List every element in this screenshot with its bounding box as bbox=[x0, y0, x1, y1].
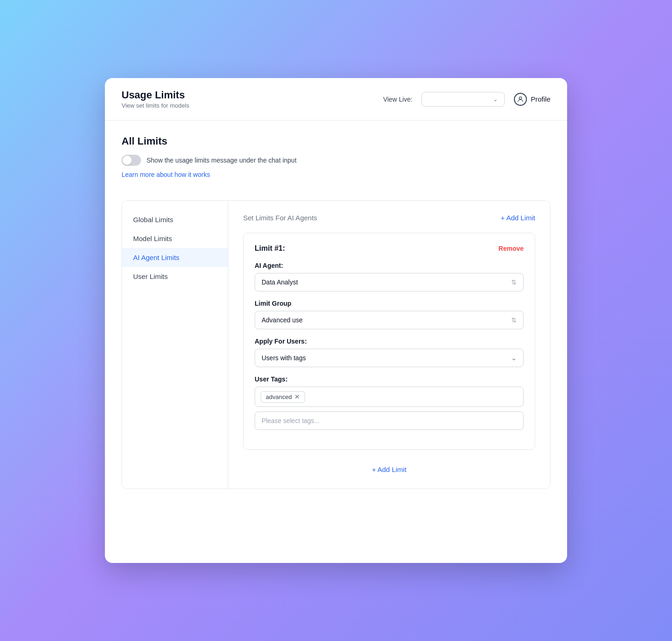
right-panel: Set Limits For AI Agents + Add Limit Lim… bbox=[228, 201, 550, 489]
ai-agent-field-group: AI Agent: Data Analyst ⇅ bbox=[255, 262, 524, 291]
limit-title: Limit #1: bbox=[255, 244, 285, 253]
header-right: View Live: ⌄ Profile bbox=[383, 92, 550, 107]
chevron-down-icon: ⌄ bbox=[493, 96, 498, 103]
limit-card: Limit #1: Remove AI Agent: Data Analyst … bbox=[243, 233, 535, 450]
bottom-add-limit-button[interactable]: + Add Limit bbox=[372, 466, 407, 473]
sidebar-item-model-limits[interactable]: Model Limits bbox=[122, 229, 228, 248]
panel-header: Set Limits For AI Agents + Add Limit bbox=[243, 214, 535, 222]
apply-for-users-select[interactable]: Users with tags ⌄ bbox=[255, 349, 524, 367]
bottom-add-limit: + Add Limit bbox=[243, 461, 535, 476]
learn-more-link[interactable]: Learn more about how it works bbox=[122, 171, 210, 178]
main-window: Usage Limits View set limits for models … bbox=[105, 78, 567, 563]
svg-point-0 bbox=[519, 97, 522, 99]
tag-chip-label: advanced bbox=[266, 393, 292, 400]
sidebar-item-user-limits[interactable]: User Limits bbox=[122, 267, 228, 286]
limit-group-select[interactable]: Advanced use ⇅ bbox=[255, 311, 524, 329]
spinner-icon: ⇅ bbox=[511, 278, 517, 286]
title-group: Usage Limits View set limits for models bbox=[122, 89, 189, 109]
toggle-knob bbox=[122, 156, 132, 165]
header: Usage Limits View set limits for models … bbox=[105, 78, 567, 121]
section-title: All Limits bbox=[122, 135, 550, 147]
chevron-down-icon-2: ⌄ bbox=[511, 354, 517, 362]
limit-group-label: Limit Group bbox=[255, 300, 524, 307]
apply-for-users-value: Users with tags bbox=[262, 354, 306, 362]
apply-for-users-label: Apply For Users: bbox=[255, 338, 524, 345]
page-title: Usage Limits bbox=[122, 89, 189, 101]
user-tags-field-group: User Tags: advanced ✕ Please select tags… bbox=[255, 375, 524, 430]
tag-input[interactable]: Please select tags... bbox=[255, 411, 524, 430]
limit-group-value: Advanced use bbox=[262, 316, 303, 324]
ai-agent-label: AI Agent: bbox=[255, 262, 524, 269]
page-subtitle: View set limits for models bbox=[122, 102, 189, 109]
toggle-label: Show the usage limits message under the … bbox=[147, 157, 297, 164]
sidebar-nav: Global Limits Model Limits AI Agent Limi… bbox=[122, 201, 228, 489]
limit-group-field-group: Limit Group Advanced use ⇅ bbox=[255, 300, 524, 329]
limit-card-header: Limit #1: Remove bbox=[255, 244, 524, 253]
sidebar-item-ai-agent-limits[interactable]: AI Agent Limits bbox=[122, 248, 228, 267]
user-icon bbox=[514, 93, 527, 106]
usage-limits-toggle[interactable] bbox=[122, 155, 141, 166]
user-tags-label: User Tags: bbox=[255, 375, 524, 383]
sidebar-item-global-limits[interactable]: Global Limits bbox=[122, 210, 228, 229]
view-live-select[interactable]: ⌄ bbox=[422, 92, 505, 107]
panel-title: Set Limits For AI Agents bbox=[243, 214, 317, 222]
profile-label: Profile bbox=[531, 95, 550, 103]
main-content: All Limits Show the usage limits message… bbox=[105, 121, 567, 504]
ai-agent-value: Data Analyst bbox=[262, 278, 298, 286]
toggle-row: Show the usage limits message under the … bbox=[122, 155, 550, 166]
tag-container: advanced ✕ bbox=[255, 387, 524, 407]
limits-container: Global Limits Model Limits AI Agent Limi… bbox=[122, 200, 550, 489]
profile-button[interactable]: Profile bbox=[514, 93, 550, 106]
apply-for-users-field-group: Apply For Users: Users with tags ⌄ bbox=[255, 338, 524, 367]
ai-agent-select[interactable]: Data Analyst ⇅ bbox=[255, 273, 524, 291]
tag-chip-advanced: advanced ✕ bbox=[261, 391, 305, 403]
tag-remove-button[interactable]: ✕ bbox=[294, 393, 300, 400]
add-limit-button[interactable]: + Add Limit bbox=[501, 214, 535, 222]
view-live-label: View Live: bbox=[383, 96, 413, 103]
spinner-icon-2: ⇅ bbox=[511, 316, 517, 324]
remove-button[interactable]: Remove bbox=[499, 245, 524, 252]
